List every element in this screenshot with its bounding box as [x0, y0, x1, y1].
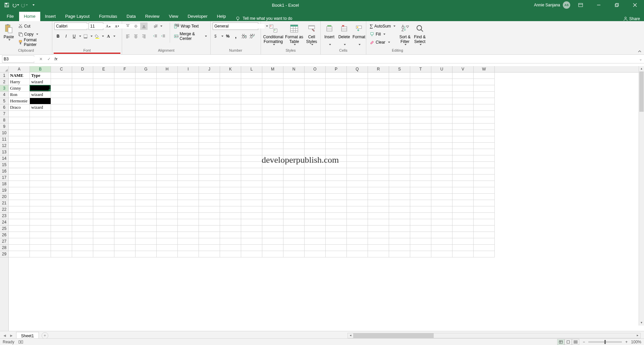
row-header-5[interactable]: 5: [0, 98, 8, 104]
cell-J17[interactable]: [199, 175, 220, 181]
cell-G7[interactable]: [136, 111, 157, 117]
cell-G17[interactable]: [136, 175, 157, 181]
cell-G15[interactable]: [136, 162, 157, 168]
row-header-19[interactable]: 19: [0, 187, 8, 194]
cell-B11[interactable]: [30, 136, 51, 143]
cell-N26[interactable]: [283, 232, 305, 238]
cell-K16[interactable]: [220, 168, 241, 175]
cell-A5[interactable]: Hermonie: [9, 98, 30, 104]
cell-E13[interactable]: [93, 149, 114, 155]
cell-A20[interactable]: [9, 194, 30, 200]
column-header-G[interactable]: G: [136, 66, 157, 72]
cell-Q28[interactable]: [347, 245, 368, 251]
tab-developer[interactable]: Developer: [183, 12, 212, 21]
cell-S29[interactable]: [389, 251, 410, 257]
cell-O27[interactable]: [305, 238, 326, 245]
avatar[interactable]: AS: [563, 1, 570, 9]
cell-B27[interactable]: [30, 238, 51, 245]
cell-H19[interactable]: [157, 187, 178, 194]
column-header-W[interactable]: W: [474, 66, 495, 72]
cell-K15[interactable]: [220, 162, 241, 168]
cell-R12[interactable]: [368, 143, 389, 149]
cell-L14[interactable]: [241, 155, 262, 162]
fill-color-dropdown[interactable]: [101, 36, 104, 37]
cell-U17[interactable]: [431, 175, 452, 181]
find-select-button[interactable]: Find & Select: [413, 22, 427, 46]
cell-O26[interactable]: [305, 232, 326, 238]
border-dropdown[interactable]: [89, 36, 93, 37]
cell-G11[interactable]: [136, 136, 157, 143]
cell-B6[interactable]: wizard: [30, 104, 51, 111]
cell-L26[interactable]: [241, 232, 262, 238]
cell-N20[interactable]: [283, 194, 305, 200]
cell-N6[interactable]: [283, 104, 305, 111]
cell-G26[interactable]: [136, 232, 157, 238]
cell-K1[interactable]: [220, 72, 241, 79]
cell-E12[interactable]: [93, 143, 114, 149]
cell-P25[interactable]: [326, 226, 347, 232]
cell-W26[interactable]: [474, 232, 495, 238]
cell-E27[interactable]: [93, 238, 114, 245]
cell-A11[interactable]: [9, 136, 30, 143]
cell-A25[interactable]: [9, 226, 30, 232]
row-header-16[interactable]: 16: [0, 168, 8, 175]
cell-H11[interactable]: [157, 136, 178, 143]
cell-L23[interactable]: [241, 213, 262, 219]
cell-R19[interactable]: [368, 187, 389, 194]
cell-D11[interactable]: [72, 136, 93, 143]
cell-U10[interactable]: [431, 130, 452, 136]
cell-N24[interactable]: [283, 219, 305, 226]
cell-E5[interactable]: [93, 98, 114, 104]
cell-W2[interactable]: [474, 79, 495, 85]
cell-L5[interactable]: [241, 98, 262, 104]
cell-I13[interactable]: [178, 149, 199, 155]
row-header-12[interactable]: 12: [0, 143, 8, 149]
cell-W15[interactable]: [474, 162, 495, 168]
row-header-28[interactable]: 28: [0, 245, 8, 251]
cell-R2[interactable]: [368, 79, 389, 85]
hscroll-thumb[interactable]: [353, 333, 434, 338]
cell-G6[interactable]: [136, 104, 157, 111]
cell-U16[interactable]: [431, 168, 452, 175]
column-header-V[interactable]: V: [452, 66, 474, 72]
cell-R1[interactable]: [368, 72, 389, 79]
cell-R20[interactable]: [368, 194, 389, 200]
cell-M5[interactable]: [262, 98, 283, 104]
cell-U13[interactable]: [431, 149, 452, 155]
cell-N4[interactable]: [283, 92, 305, 98]
vscroll-thumb[interactable]: [639, 71, 644, 112]
cell-V29[interactable]: [452, 251, 474, 257]
tab-review[interactable]: Review: [141, 12, 164, 21]
cell-H24[interactable]: [157, 219, 178, 226]
cell-U23[interactable]: [431, 213, 452, 219]
cell-L21[interactable]: [241, 200, 262, 206]
number-format-combo[interactable]: [213, 22, 258, 30]
cell-N28[interactable]: [283, 245, 305, 251]
cell-R5[interactable]: [368, 98, 389, 104]
cell-D1[interactable]: [72, 72, 93, 79]
cell-C25[interactable]: [51, 226, 72, 232]
cell-S18[interactable]: [389, 181, 410, 187]
cell-U5[interactable]: [431, 98, 452, 104]
cell-M24[interactable]: [262, 219, 283, 226]
cell-F16[interactable]: [114, 168, 136, 175]
cell-M25[interactable]: [262, 226, 283, 232]
cell-I24[interactable]: [178, 219, 199, 226]
cell-H25[interactable]: [157, 226, 178, 232]
cell-N10[interactable]: [283, 130, 305, 136]
cell-G14[interactable]: [136, 155, 157, 162]
cell-C16[interactable]: [51, 168, 72, 175]
cell-C7[interactable]: [51, 111, 72, 117]
cell-M22[interactable]: [262, 206, 283, 213]
cell-D15[interactable]: [72, 162, 93, 168]
column-header-S[interactable]: S: [389, 66, 410, 72]
cell-B7[interactable]: [30, 111, 51, 117]
format-cells-button[interactable]: Format: [352, 22, 366, 46]
insert-cells-button[interactable]: Insert: [323, 22, 336, 46]
cell-R18[interactable]: [368, 181, 389, 187]
cell-M29[interactable]: [262, 251, 283, 257]
cell-R22[interactable]: [368, 206, 389, 213]
close-icon[interactable]: [627, 0, 643, 10]
cell-R13[interactable]: [368, 149, 389, 155]
cell-R3[interactable]: [368, 85, 389, 92]
